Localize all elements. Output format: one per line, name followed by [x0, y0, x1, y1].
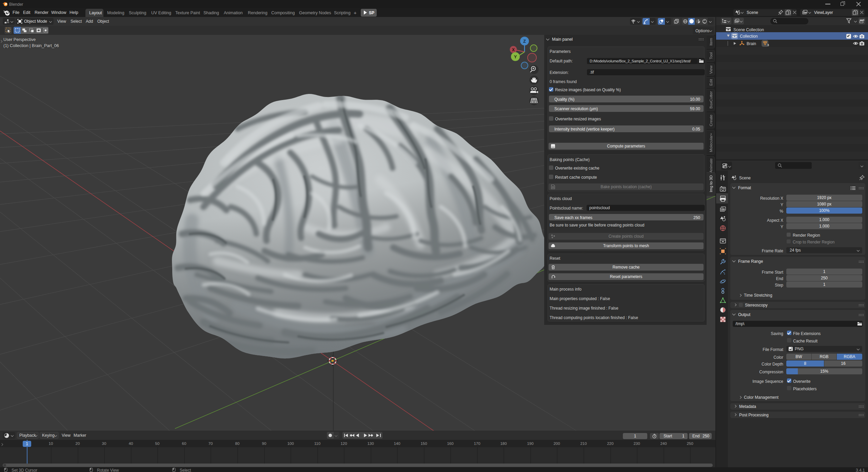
svg-text:Z: Z	[523, 39, 526, 44]
svg-text:X: X	[512, 47, 515, 52]
svg-text:Y: Y	[514, 54, 517, 59]
